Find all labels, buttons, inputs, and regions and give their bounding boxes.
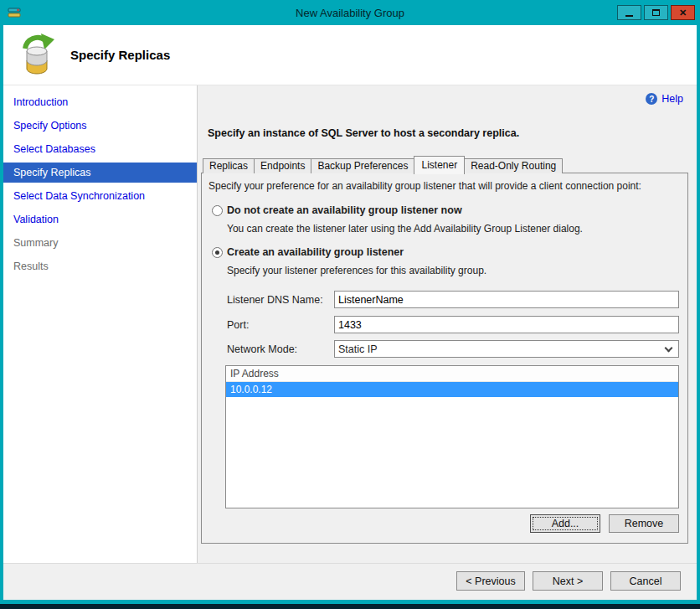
network-mode-label: Network Mode:: [227, 343, 297, 355]
minimize-icon: [625, 15, 633, 17]
page-title: Specify Replicas: [70, 48, 170, 62]
dns-name-label: Listener DNS Name:: [227, 294, 323, 306]
radio-create-listener-label[interactable]: Create an availability group listener: [227, 246, 404, 258]
sidebar-item-results: Results: [3, 256, 197, 276]
ip-address-list[interactable]: IP Address 10.0.0.12: [225, 365, 679, 508]
tab-backup-preferences[interactable]: Backup Preferences: [311, 158, 414, 173]
radio-create-listener[interactable]: [212, 247, 223, 258]
sidebar-item-select-data-synchronization[interactable]: Select Data Synchronization: [3, 186, 197, 206]
port-input[interactable]: [334, 316, 679, 333]
next-button[interactable]: Next >: [533, 571, 603, 591]
tab-endpoints[interactable]: Endpoints: [254, 158, 311, 173]
sidebar-item-summary: Summary: [3, 233, 197, 253]
dns-name-input[interactable]: [334, 291, 679, 308]
maximize-button[interactable]: [644, 5, 668, 20]
previous-button[interactable]: < Previous: [456, 571, 525, 591]
network-mode-value: Static IP: [338, 343, 378, 355]
listener-intro-text: Specify your preference for an availabil…: [208, 180, 641, 192]
titlebar[interactable]: New Availability Group ✕: [0, 0, 700, 25]
tab-read-only-routing[interactable]: Read-Only Routing: [464, 158, 563, 173]
sidebar-item-validation[interactable]: Validation: [3, 209, 197, 230]
wizard-header: Specify Replicas: [3, 25, 697, 85]
radio-create-listener-description: Specify your listener preferences for th…: [227, 265, 486, 276]
window-title: New Availability Group: [296, 7, 404, 19]
cancel-button[interactable]: Cancel: [610, 571, 681, 591]
instruction-text: Specify an instance of SQL Server to hos…: [208, 127, 519, 139]
tab-strip: Replicas Endpoints Backup Preferences Li…: [203, 155, 562, 173]
wizard-footer: < Previous Next > Cancel: [3, 563, 697, 600]
tab-replicas[interactable]: Replicas: [203, 158, 255, 173]
window-icon: [8, 6, 21, 19]
help-icon: ?: [646, 93, 657, 105]
chevron-down-icon: [661, 348, 675, 351]
help-label: Help: [661, 93, 683, 105]
ip-address-row[interactable]: 10.0.0.12: [226, 382, 678, 397]
radio-no-listener-description: You can create the listener later using …: [227, 223, 583, 235]
ip-address-column-header: IP Address: [226, 366, 678, 382]
window-controls: ✕: [617, 5, 695, 20]
network-mode-select[interactable]: Static IP: [334, 340, 679, 358]
maximize-icon: [652, 9, 660, 16]
port-label: Port:: [227, 319, 249, 331]
add-button[interactable]: Add...: [530, 514, 600, 533]
listener-tab-panel: Specify your preference for an availabil…: [201, 173, 688, 544]
window-bottom-edge: [0, 604, 700, 609]
remove-button[interactable]: Remove: [609, 514, 679, 533]
minimize-button[interactable]: [617, 5, 641, 20]
sidebar-item-introduction[interactable]: Introduction: [3, 92, 197, 112]
dialog-client-area: Specify Replicas Introduction Specify Op…: [3, 25, 697, 600]
sidebar-item-specify-options[interactable]: Specify Options: [3, 116, 197, 136]
radio-no-listener[interactable]: [212, 205, 223, 216]
close-button[interactable]: ✕: [671, 5, 695, 20]
wizard-steps-sidebar: Introduction Specify Options Select Data…: [3, 85, 198, 563]
help-link[interactable]: ? Help: [646, 93, 683, 105]
sidebar-item-select-databases[interactable]: Select Databases: [3, 139, 197, 159]
availability-group-icon: [17, 34, 57, 77]
radio-no-listener-label[interactable]: Do not create an availability group list…: [227, 204, 462, 216]
tab-listener[interactable]: Listener: [414, 156, 465, 174]
sidebar-item-specify-replicas[interactable]: Specify Replicas: [3, 163, 197, 183]
close-icon: ✕: [679, 8, 687, 18]
